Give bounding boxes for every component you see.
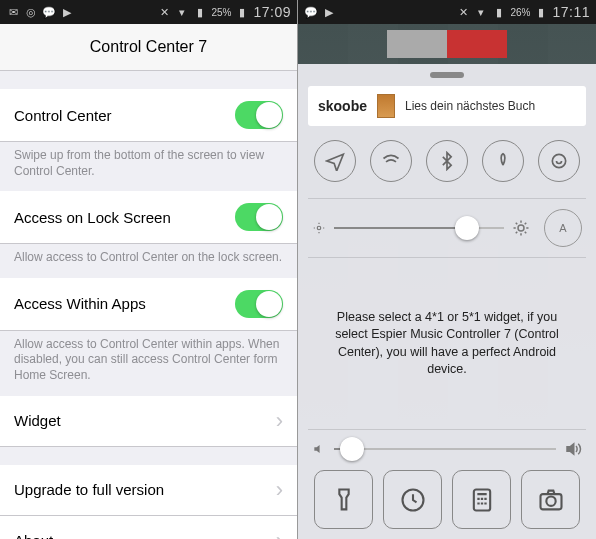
volume-low-icon xyxy=(312,442,326,456)
right-phone: 💬 ▶ ✕ ▾ ▮ 26% ▮ 17:11 skoobe Lies dein n… xyxy=(298,0,596,539)
drag-handle[interactable] xyxy=(308,64,586,86)
setting-lock-screen[interactable]: Access on Lock Screen xyxy=(0,191,297,244)
volume-row xyxy=(308,434,586,464)
chat-icon: 💬 xyxy=(42,5,56,19)
toggle[interactable] xyxy=(235,101,283,129)
wifi-icon: ▾ xyxy=(474,5,488,19)
clock-text: 17:09 xyxy=(253,4,291,20)
do-not-disturb-button[interactable] xyxy=(482,140,524,182)
setting-label: Access on Lock Screen xyxy=(14,209,171,226)
ad-banner[interactable]: skoobe Lies dein nächstes Buch xyxy=(308,86,586,126)
page-title: Control Center 7 xyxy=(0,24,297,71)
calculator-button[interactable] xyxy=(452,470,511,529)
svg-point-2 xyxy=(518,225,524,231)
settings-screen: Control Center 7 Control Center Swipe up… xyxy=(0,24,297,539)
ad-image xyxy=(377,94,395,118)
nav-about[interactable]: About xyxy=(0,516,297,539)
status-bar: 💬 ▶ ✕ ▾ ▮ 26% ▮ 17:11 xyxy=(298,0,596,24)
vibrate-icon: ✕ xyxy=(456,5,470,19)
brightness-row: A xyxy=(308,203,586,253)
svg-point-6 xyxy=(546,496,555,505)
ad-logo: skoobe xyxy=(318,98,367,114)
setting-label: Control Center xyxy=(14,107,112,124)
nav-label: About xyxy=(14,532,53,539)
svg-point-1 xyxy=(317,226,321,230)
svg-rect-4 xyxy=(473,489,489,510)
quick-toggles xyxy=(308,136,586,194)
mail-icon: ✉ xyxy=(6,5,20,19)
clock-text: 17:11 xyxy=(552,4,590,20)
brightness-low-icon xyxy=(312,221,326,235)
ad-text: Lies dein nächstes Buch xyxy=(405,99,535,113)
signal-icon: ▮ xyxy=(492,5,506,19)
nav-label: Upgrade to full version xyxy=(14,481,164,498)
setting-desc: Allow access to Control Center within ap… xyxy=(0,331,297,396)
volume-slider[interactable] xyxy=(334,448,556,450)
setting-desc: Swipe up from the bottom of the screen t… xyxy=(0,142,297,191)
vibrate-icon: ✕ xyxy=(157,5,171,19)
control-center-panel: skoobe Lies dein nächstes Buch A xyxy=(298,64,596,539)
battery-icon: ▮ xyxy=(534,5,548,19)
bluetooth-button[interactable] xyxy=(426,140,468,182)
widget-message: Please select a 4*1 or 5*1 widget, if yo… xyxy=(308,262,586,425)
flashlight-button[interactable] xyxy=(314,470,373,529)
background-app-preview xyxy=(298,24,596,64)
brightness-slider[interactable] xyxy=(334,227,504,229)
play-icon: ▶ xyxy=(60,5,74,19)
battery-text: 25% xyxy=(211,7,231,18)
auto-brightness-button[interactable]: A xyxy=(544,209,582,247)
quick-launch-row xyxy=(308,464,586,531)
battery-text: 26% xyxy=(510,7,530,18)
setting-label: Access Within Apps xyxy=(14,295,146,312)
left-phone: ✉ ◎ 💬 ▶ ✕ ▾ ▮ 25% ▮ 17:09 Control Center… xyxy=(0,0,298,539)
wifi-button[interactable] xyxy=(370,140,412,182)
toggle[interactable] xyxy=(235,203,283,231)
status-bar: ✉ ◎ 💬 ▶ ✕ ▾ ▮ 25% ▮ 17:09 xyxy=(0,0,297,24)
camera-button[interactable] xyxy=(521,470,580,529)
airplane-mode-button[interactable] xyxy=(314,140,356,182)
battery-icon: ▮ xyxy=(235,5,249,19)
svg-point-0 xyxy=(552,154,565,167)
sync-icon: ◎ xyxy=(24,5,38,19)
rotation-lock-button[interactable] xyxy=(538,140,580,182)
toggle[interactable] xyxy=(235,290,283,318)
wifi-icon: ▾ xyxy=(175,5,189,19)
setting-desc: Allow access to Control Center on the lo… xyxy=(0,244,297,278)
signal-icon: ▮ xyxy=(193,5,207,19)
setting-within-apps[interactable]: Access Within Apps xyxy=(0,278,297,331)
setting-control-center[interactable]: Control Center xyxy=(0,89,297,142)
volume-high-icon xyxy=(564,440,582,458)
play-icon: ▶ xyxy=(322,5,336,19)
nav-upgrade[interactable]: Upgrade to full version xyxy=(0,465,297,516)
control-center-bg: skoobe Lies dein nächstes Buch A xyxy=(298,24,596,539)
nav-widget[interactable]: Widget xyxy=(0,396,297,447)
chat-icon: 💬 xyxy=(304,5,318,19)
nav-label: Widget xyxy=(14,412,61,429)
clock-button[interactable] xyxy=(383,470,442,529)
brightness-high-icon xyxy=(512,219,530,237)
